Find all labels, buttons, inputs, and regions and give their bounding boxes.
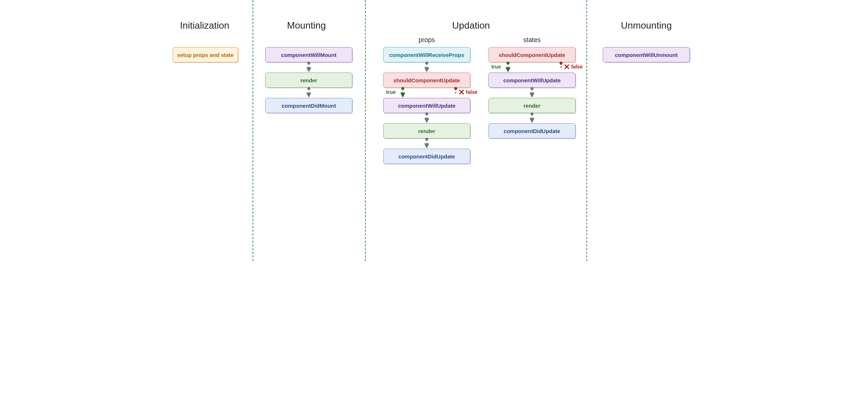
subcolumn-title-states: states — [488, 36, 576, 44]
node-componentWillUpdate-states: componentWillUpdate — [488, 73, 576, 88]
lifecycle-diagram: Initialization Mounting Updation Unmount… — [151, 0, 717, 261]
phase-divider — [253, 0, 253, 261]
label-true-props: true — [386, 89, 396, 95]
label-false-text: false — [571, 64, 583, 70]
label-true-states: true — [491, 64, 501, 70]
node-render-states: render — [488, 98, 576, 113]
node-componentDidUpdate-states: componentDidUpdate — [488, 123, 576, 139]
subcolumn-title-props: props — [383, 36, 470, 44]
label-false-props: false — [459, 89, 478, 95]
node-shouldComponentUpdate-states: shouldComponentUpdate — [488, 47, 576, 62]
node-shouldComponentUpdate-props: shouldComponentUpdate — [383, 73, 470, 88]
node-componentWillUnmount: componentWillUnmount — [603, 47, 690, 62]
node-componentWillUpdate-props: componentWillUpdate — [383, 98, 470, 113]
phase-title-mounting: Mounting — [287, 20, 326, 31]
node-componentWillReceiveProps: componentWillReceiveProps — [383, 47, 470, 62]
node-render-mounting: render — [265, 73, 352, 88]
node-componentDidUpdate-props: componentDidUpdate — [383, 149, 470, 164]
node-componentDidMount: componentDidMount — [265, 98, 352, 113]
phase-title-initialization: Initialization — [180, 20, 229, 31]
label-false-text: false — [466, 89, 478, 95]
node-componentWillMount: componentWillMount — [265, 47, 352, 62]
node-render-props: render — [383, 123, 470, 139]
cross-icon — [564, 64, 570, 70]
node-setup-props-state: setup props and state — [173, 47, 238, 62]
phase-title-updation: Updation — [452, 20, 490, 31]
phase-title-unmounting: Unmounting — [621, 20, 672, 31]
phase-divider — [586, 0, 587, 261]
label-false-states: false — [564, 64, 583, 70]
cross-icon — [459, 89, 464, 95]
phase-divider — [365, 0, 366, 261]
